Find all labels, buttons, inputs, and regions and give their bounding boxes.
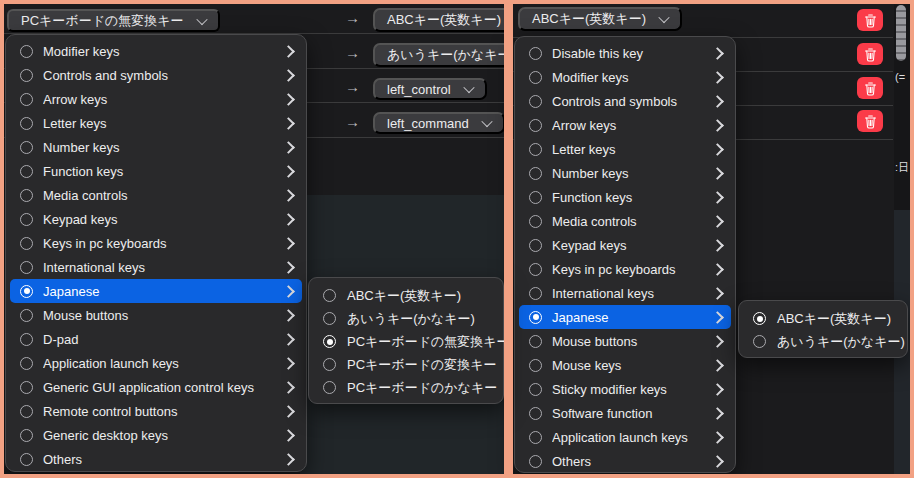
menu-item[interactable]: Application launch keys <box>519 425 731 449</box>
menu-item[interactable]: Mouse keys <box>519 353 731 377</box>
delete-button[interactable] <box>857 77 883 99</box>
menu-item[interactable]: International keys <box>10 255 302 279</box>
menu-item-label: Japanese <box>552 310 703 325</box>
submenu-item[interactable]: PCキーボードの変換キー <box>309 353 503 376</box>
menu-item[interactable]: Keys in pc keyboards <box>519 257 731 281</box>
menu-item[interactable]: International keys <box>519 281 731 305</box>
menu-item[interactable]: Keys in pc keyboards <box>10 231 302 255</box>
radio-icon <box>20 189 33 202</box>
submenu-item[interactable]: ABCキー(英数キー) <box>309 284 503 307</box>
menu-item[interactable]: Number keys <box>10 135 302 159</box>
delete-button[interactable] <box>857 43 883 65</box>
menu-item[interactable]: Function keys <box>519 185 731 209</box>
delete-button[interactable] <box>857 110 883 132</box>
chevron-right-icon <box>282 405 295 418</box>
radio-icon <box>753 312 766 325</box>
submenu-item-label: PCキーボードのかなキー <box>347 379 497 397</box>
trash-icon <box>864 13 877 28</box>
to-key-value: ABCキー(英数キー) <box>532 10 646 28</box>
from-key-dropdown[interactable]: PCキーボードの無変換キー <box>7 9 220 32</box>
delete-button[interactable] <box>857 9 883 31</box>
menu-item-label: Function keys <box>552 190 703 205</box>
menu-item[interactable]: Function keys <box>10 159 302 183</box>
radio-icon <box>529 119 542 132</box>
menu-item-label: Keypad keys <box>43 212 274 227</box>
mapped-key-dropdown[interactable]: あいうキー(かなキー) <box>373 43 504 67</box>
submenu-item[interactable]: PCキーボードのかなキー <box>309 376 503 399</box>
chevron-down-icon <box>481 116 492 127</box>
menu-item[interactable]: Generic GUI application control keys <box>10 375 302 399</box>
menu-item[interactable]: Number keys <box>519 161 731 185</box>
mapped-key-dropdown[interactable]: left_command <box>373 112 504 134</box>
trash-icon <box>864 114 877 129</box>
menu-item[interactable]: Modifier keys <box>10 39 302 63</box>
submenu-item[interactable]: あいうキー(かなキー) <box>309 307 503 330</box>
radio-icon <box>20 429 33 442</box>
menu-item[interactable]: Arrow keys <box>519 113 731 137</box>
menu-item[interactable]: Sticky modifier keys <box>519 377 731 401</box>
radio-icon <box>529 167 542 180</box>
radio-icon <box>529 239 542 252</box>
menu-item-label: Application launch keys <box>552 430 703 445</box>
chevron-right-icon <box>282 45 295 58</box>
menu-item[interactable]: Japanese <box>519 305 731 329</box>
menu-item[interactable]: Letter keys <box>519 137 731 161</box>
menu-item-label: Controls and symbols <box>552 94 703 109</box>
menu-item[interactable]: Others <box>10 447 302 471</box>
radio-icon <box>20 213 33 226</box>
menu-item[interactable]: Media controls <box>10 183 302 207</box>
radio-icon <box>323 358 336 371</box>
menu-item[interactable]: Mouse buttons <box>10 303 302 327</box>
chevron-right-icon <box>282 357 295 370</box>
submenu-item[interactable]: PCキーボードの無変換キー <box>309 330 503 353</box>
radio-icon <box>20 69 33 82</box>
menu-item[interactable]: Application launch keys <box>10 351 302 375</box>
radio-icon <box>323 381 336 394</box>
arrow-right-icon: → <box>345 9 360 26</box>
menu-item[interactable]: Controls and symbols <box>519 89 731 113</box>
menu-item[interactable]: D-pad <box>10 327 302 351</box>
menu-item[interactable]: Keypad keys <box>10 207 302 231</box>
menu-item[interactable]: Japanese <box>10 279 302 303</box>
chevron-down-icon <box>658 12 669 23</box>
menu-item[interactable]: Others <box>519 449 731 473</box>
submenu-item[interactable]: あいうキー(かなキー) <box>739 330 907 353</box>
menu-item-label: Application launch keys <box>43 356 274 371</box>
mapped-key-value: left_command <box>387 116 469 131</box>
menu-item-label: Keys in pc keyboards <box>552 262 703 277</box>
chevron-right-icon <box>282 381 295 394</box>
radio-icon <box>20 309 33 322</box>
mapped-key-dropdown[interactable]: ABCキー(英数キー) <box>373 8 504 32</box>
menu-item[interactable]: Disable this key <box>519 41 731 65</box>
menu-item[interactable]: Software function <box>519 401 731 425</box>
chevron-right-icon <box>282 333 295 346</box>
menu-item[interactable]: Mouse buttons <box>519 329 731 353</box>
radio-icon <box>529 215 542 228</box>
menu-item-label: Mouse buttons <box>43 308 274 323</box>
menu-item[interactable]: Keypad keys <box>519 233 731 257</box>
chevron-right-icon <box>282 117 295 130</box>
to-key-dropdown[interactable]: ABCキー(英数キー) <box>518 7 682 31</box>
menu-item[interactable]: Arrow keys <box>10 87 302 111</box>
chevron-right-icon <box>711 431 724 444</box>
radio-icon <box>529 335 542 348</box>
menu-item[interactable]: Letter keys <box>10 111 302 135</box>
menu-item-label: Mouse buttons <box>552 334 703 349</box>
chevron-right-icon <box>711 47 724 60</box>
radio-icon <box>529 359 542 372</box>
mapped-key-dropdown[interactable]: left_control <box>373 78 487 100</box>
menu-item[interactable]: Remote control buttons <box>10 399 302 423</box>
submenu-item-label: あいうキー(かなキー) <box>777 333 905 351</box>
menu-item-label: Letter keys <box>552 142 703 157</box>
submenu-item[interactable]: ABCキー(英数キー) <box>739 307 907 330</box>
menu-item[interactable]: Media controls <box>519 209 731 233</box>
chevron-right-icon <box>711 287 724 300</box>
scrollbar-thumb[interactable] <box>896 5 906 61</box>
menu-item[interactable]: Generic desktop keys <box>10 423 302 447</box>
chevron-right-icon <box>282 453 295 466</box>
submenu-item-label: あいうキー(かなキー) <box>347 310 475 328</box>
menu-item-label: Generic GUI application control keys <box>43 380 274 395</box>
menu-item[interactable]: Modifier keys <box>519 65 731 89</box>
menu-item[interactable]: Controls and symbols <box>10 63 302 87</box>
radio-icon <box>529 95 542 108</box>
